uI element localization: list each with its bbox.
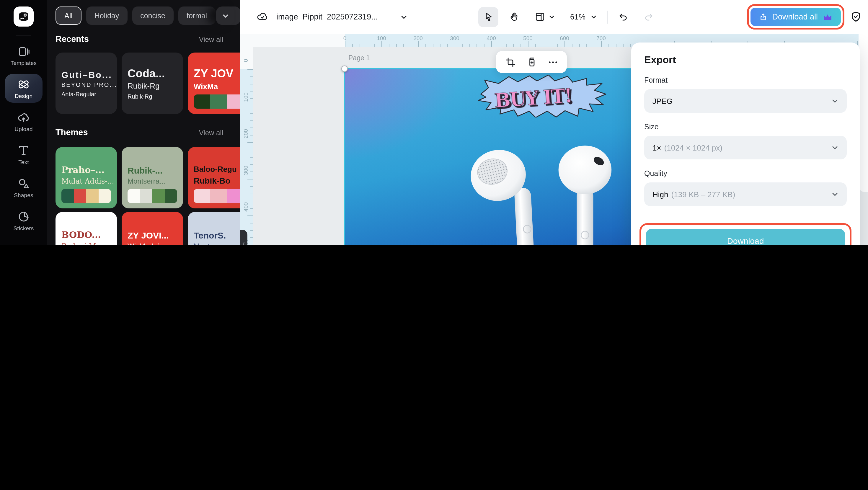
chip-all[interactable]: All (56, 6, 82, 25)
chevron-down-icon (831, 144, 838, 151)
themes-title: Themes (56, 127, 88, 137)
download-all-highlight-ring: Download all (747, 4, 844, 30)
export-title: Export (644, 54, 847, 66)
filter-chips: All Holiday concise formal c (56, 6, 240, 25)
quality-label: Quality (644, 170, 847, 178)
redo-button[interactable] (638, 7, 658, 27)
recents-view-all[interactable]: View all (199, 35, 223, 44)
document-title-menu[interactable] (400, 0, 407, 34)
card-subtitle: Montserra... (128, 177, 177, 185)
download-all-button[interactable]: Download all (750, 8, 841, 26)
size-select[interactable]: 1× (1024 × 1024 px) (644, 136, 847, 159)
page-label[interactable]: Page 1 (348, 54, 370, 61)
sidebar-item-upload[interactable]: Upload (5, 107, 42, 136)
hand-icon (508, 11, 519, 23)
quality-select[interactable]: High (139 KB – 277 KB) (644, 182, 847, 206)
chevron-down-icon (831, 97, 838, 104)
format-value: JPEG (652, 96, 673, 105)
cursor-icon (483, 11, 494, 23)
document-title[interactable]: image_Pippit_2025072319... (276, 0, 378, 34)
v-ruler-label: 100 (242, 85, 249, 109)
select-tool-button[interactable] (478, 7, 498, 27)
palette-swatches (61, 189, 111, 203)
top-toolbar: image_Pippit_2025072319... (240, 0, 868, 34)
crop-button[interactable] (504, 56, 516, 68)
text-icon (17, 144, 30, 157)
format-select[interactable]: JPEG (644, 89, 847, 113)
export-divider (643, 217, 848, 217)
download-button[interactable]: Download (646, 229, 845, 245)
card-title: Guti–Bo... (61, 70, 111, 80)
redo-icon (643, 11, 654, 23)
templates-icon (18, 45, 30, 58)
recents-row: Guti–Bo... BEYOND PRO... Anta-Regular Co… (56, 53, 240, 114)
themes-row-2: BODO... Bodoni M... ZY JOVI... WixMadef.… (56, 212, 240, 245)
palette-swatches (194, 189, 240, 203)
theme-card[interactable]: Baloo-Regu Rubik-Bo (188, 147, 240, 208)
card-subtitle: Bodoni M... (61, 242, 111, 245)
h-ruler-label: 300 (448, 35, 461, 41)
design-icon (17, 78, 30, 91)
chevron-down-icon (590, 13, 597, 20)
card-subtitle: WixMa (194, 82, 240, 91)
chevron-down-icon (400, 13, 407, 20)
icon-rail: Templates Design Upload Text (0, 0, 47, 245)
shield-check-icon (850, 11, 862, 23)
app-logo[interactable] (13, 6, 34, 27)
undo-icon (617, 11, 628, 23)
chevron-down-icon (222, 12, 229, 19)
sidebar-item-frames[interactable]: Frames (5, 239, 42, 245)
cloud-sync-status[interactable] (256, 0, 269, 34)
chips-expand-button[interactable] (216, 6, 235, 25)
card-title: BODO... (61, 230, 111, 241)
chip-formal[interactable]: formal (178, 6, 215, 25)
layout-tool-button[interactable] (529, 7, 560, 27)
theme-card[interactable]: Praho–... Mulat Addis-... (56, 147, 117, 208)
export-icon (758, 12, 767, 21)
frames-icon (17, 243, 30, 245)
v-ruler-label: 0 (242, 49, 249, 72)
h-ruler-label: 500 (521, 35, 534, 41)
sidebar-item-label: Stickers (13, 225, 34, 232)
hand-tool-button[interactable] (504, 7, 524, 27)
themes-row-1: Praho–... Mulat Addis-... Rubik-... Mont… (56, 147, 240, 208)
card-meta: Rubik-Rg (128, 94, 177, 100)
chip-concise[interactable]: concise (132, 6, 174, 25)
v-ruler-label: 300 (242, 158, 249, 182)
panel-collapse-handle[interactable]: ‹ (240, 229, 247, 245)
selection-handle-top-left[interactable] (341, 65, 348, 72)
vertical-ruler: 01002003004005006007008009001000 (240, 47, 253, 245)
h-ruler-label: 700 (595, 35, 608, 41)
recent-card[interactable]: Coda... Rubik-Rg Rubik-Rg (122, 53, 183, 114)
sidebar-item-templates[interactable]: Templates (5, 41, 42, 70)
chevron-down-icon (548, 13, 555, 20)
sidebar-item-stickers[interactable]: Stickers (5, 206, 42, 235)
buy-it-sticker[interactable]: BUY IT! (476, 75, 608, 118)
sidebar-item-design[interactable]: Design (5, 74, 42, 103)
card-subtitle: Mulat Addis-... (61, 177, 111, 185)
size-value: 1× (652, 143, 661, 152)
sidebar-item-shapes[interactable]: Shapes (5, 173, 42, 202)
theme-card[interactable]: ZY JOVI... WixMadef... (122, 212, 183, 245)
recent-card[interactable]: ZY JOV WixMa (188, 53, 240, 114)
app-window: Templates Design Upload Text (0, 0, 868, 245)
sidebar-item-text[interactable]: Text (5, 140, 42, 169)
theme-card[interactable]: BODO... Bodoni M... (56, 212, 117, 245)
more-options-button[interactable] (547, 56, 558, 68)
recent-card[interactable]: Guti–Bo... BEYOND PRO... Anta-Regular (56, 53, 117, 114)
zoom-level-button[interactable]: 61% (565, 7, 602, 27)
h-ruler-label: 600 (558, 35, 571, 41)
card-title: Baloo-Regu (194, 165, 240, 174)
card-title: Praho–... (61, 165, 111, 176)
duplicate-button[interactable] (526, 56, 537, 68)
themes-view-all[interactable]: View all (199, 129, 223, 137)
sidebar-item-label: Design (15, 93, 32, 99)
undo-button[interactable] (613, 7, 633, 27)
zoom-level: 61% (570, 12, 585, 21)
theme-card[interactable]: TenorS. Montserra (188, 212, 240, 245)
size-detail: (1024 × 1024 px) (664, 143, 722, 152)
content-safety-button[interactable] (850, 11, 862, 23)
chip-holiday[interactable]: Holiday (86, 6, 127, 25)
cloud-check-icon (256, 11, 269, 23)
theme-card[interactable]: Rubik-... Montserra... (122, 147, 183, 208)
